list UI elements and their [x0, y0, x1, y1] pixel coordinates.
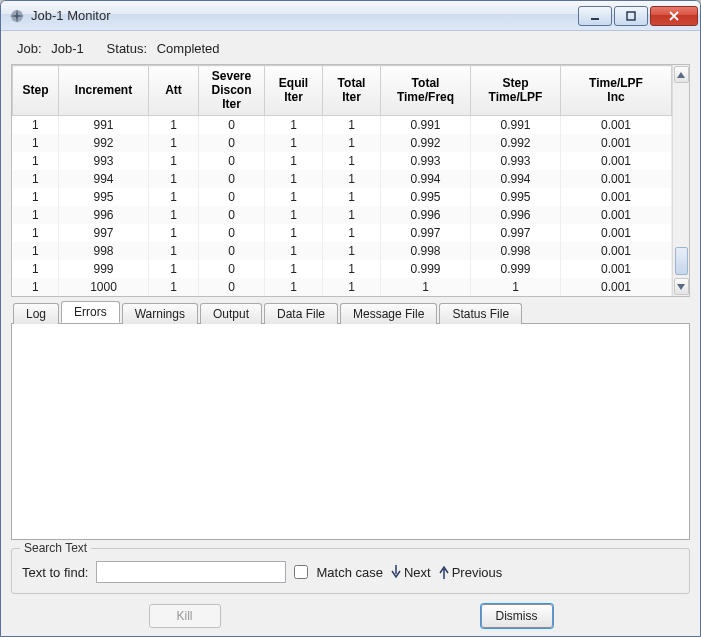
table-cell: 0.001: [561, 224, 672, 242]
table-cell: 0.001: [561, 278, 672, 296]
table-cell: 1: [323, 152, 381, 170]
table-row[interactable]: 199710110.9970.9970.001: [13, 224, 672, 242]
table-cell: 1: [149, 134, 199, 152]
status-value: Completed: [157, 41, 220, 56]
table-cell: 0.001: [561, 134, 672, 152]
table-cell: 1: [381, 278, 471, 296]
kill-button[interactable]: Kill: [149, 604, 221, 628]
table-cell: 0.995: [471, 188, 561, 206]
table-cell: 0: [199, 134, 265, 152]
tab-warnings[interactable]: Warnings: [122, 303, 198, 324]
scroll-thumb[interactable]: [675, 247, 688, 275]
tab-datafile[interactable]: Data File: [264, 303, 338, 324]
maximize-button[interactable]: [614, 6, 648, 26]
tab-errors[interactable]: Errors: [61, 301, 120, 323]
table-cell: 1: [13, 224, 59, 242]
table-row[interactable]: 199310110.9930.9930.001: [13, 152, 672, 170]
table-cell: 1: [265, 116, 323, 135]
close-button[interactable]: [650, 6, 698, 26]
table-cell: 1: [149, 152, 199, 170]
dismiss-button[interactable]: Dismiss: [481, 604, 553, 628]
column-header[interactable]: StepTime/LPF: [471, 66, 561, 116]
next-label: Next: [404, 565, 431, 580]
table-cell: 1: [149, 242, 199, 260]
table-cell: 1: [265, 260, 323, 278]
column-header[interactable]: TotalIter: [323, 66, 381, 116]
table-cell: 1: [265, 242, 323, 260]
table-row[interactable]: 110001011110.001: [13, 278, 672, 296]
tab-output[interactable]: Output: [200, 303, 262, 324]
find-input[interactable]: [96, 561, 286, 583]
table-cell: 1: [265, 188, 323, 206]
table-cell: 1: [323, 206, 381, 224]
column-header[interactable]: Step: [13, 66, 59, 116]
table-cell: 0: [199, 188, 265, 206]
search-group: Search Text Text to find: Match case Nex…: [11, 548, 690, 594]
table-cell: 0.998: [471, 242, 561, 260]
table-cell: 999: [59, 260, 149, 278]
scroll-up-button[interactable]: [674, 66, 689, 83]
tab-msgfile[interactable]: Message File: [340, 303, 437, 324]
column-header[interactable]: Increment: [59, 66, 149, 116]
table-cell: 1: [323, 224, 381, 242]
table-cell: 992: [59, 134, 149, 152]
scroll-track[interactable]: [674, 84, 689, 277]
table-cell: 0.992: [381, 134, 471, 152]
minimize-button[interactable]: [578, 6, 612, 26]
table-cell: 1: [13, 278, 59, 296]
table-cell: 0.997: [471, 224, 561, 242]
next-button[interactable]: Next: [391, 565, 431, 580]
table-row[interactable]: 199110110.9910.9910.001: [13, 116, 672, 135]
column-header[interactable]: TotalTime/Freq: [381, 66, 471, 116]
table-row[interactable]: 199910110.9990.9990.001: [13, 260, 672, 278]
column-header[interactable]: EquilIter: [265, 66, 323, 116]
table-cell: 991: [59, 116, 149, 135]
tab-content[interactable]: [11, 323, 690, 540]
table-cell: 1: [323, 188, 381, 206]
tab-statusfile[interactable]: Status File: [439, 303, 522, 324]
table-cell: 1: [149, 278, 199, 296]
svg-rect-2: [627, 12, 635, 20]
table-cell: 0.996: [471, 206, 561, 224]
tab-log[interactable]: Log: [13, 303, 59, 324]
table-cell: 0.993: [381, 152, 471, 170]
find-label: Text to find:: [22, 565, 88, 580]
table-cell: 0: [199, 224, 265, 242]
match-case-checkbox[interactable]: [294, 565, 308, 579]
table-cell: 1: [323, 134, 381, 152]
table-row[interactable]: 199210110.9920.9920.001: [13, 134, 672, 152]
status-label: Status:: [107, 41, 147, 56]
column-header[interactable]: Att: [149, 66, 199, 116]
grid-viewport[interactable]: StepIncrementAttSevereDisconIterEquilIte…: [12, 65, 672, 296]
table-cell: 1: [265, 206, 323, 224]
previous-button[interactable]: Previous: [439, 565, 503, 580]
table-row[interactable]: 199610110.9960.9960.001: [13, 206, 672, 224]
titlebar[interactable]: Job-1 Monitor: [1, 1, 700, 31]
scroll-down-button[interactable]: [674, 278, 689, 295]
table-cell: 1: [13, 206, 59, 224]
table-row[interactable]: 199810110.9980.9980.001: [13, 242, 672, 260]
column-header[interactable]: SevereDisconIter: [199, 66, 265, 116]
table-cell: 1: [323, 260, 381, 278]
svg-rect-1: [591, 18, 599, 20]
table-cell: 998: [59, 242, 149, 260]
table-cell: 0: [199, 152, 265, 170]
table-cell: 1: [265, 278, 323, 296]
table-cell: 0.001: [561, 152, 672, 170]
column-header[interactable]: Time/LPFInc: [561, 66, 672, 116]
table-row[interactable]: 199410110.9940.9940.001: [13, 170, 672, 188]
table-cell: 1: [265, 152, 323, 170]
table-cell: 995: [59, 188, 149, 206]
vertical-scrollbar[interactable]: [672, 65, 689, 296]
table-cell: 1: [323, 170, 381, 188]
table-cell: 0: [199, 278, 265, 296]
table-cell: 0.001: [561, 260, 672, 278]
table-cell: 1: [149, 188, 199, 206]
tab-strip: LogErrorsWarningsOutputData FileMessage …: [11, 301, 690, 323]
table-cell: 1: [323, 278, 381, 296]
table-cell: 0.001: [561, 116, 672, 135]
table-row[interactable]: 199510110.9950.9950.001: [13, 188, 672, 206]
table-cell: 1: [265, 224, 323, 242]
table-cell: 1: [149, 206, 199, 224]
window-root: Job-1 Monitor Job: Job-1 Status: Complet…: [0, 0, 701, 637]
